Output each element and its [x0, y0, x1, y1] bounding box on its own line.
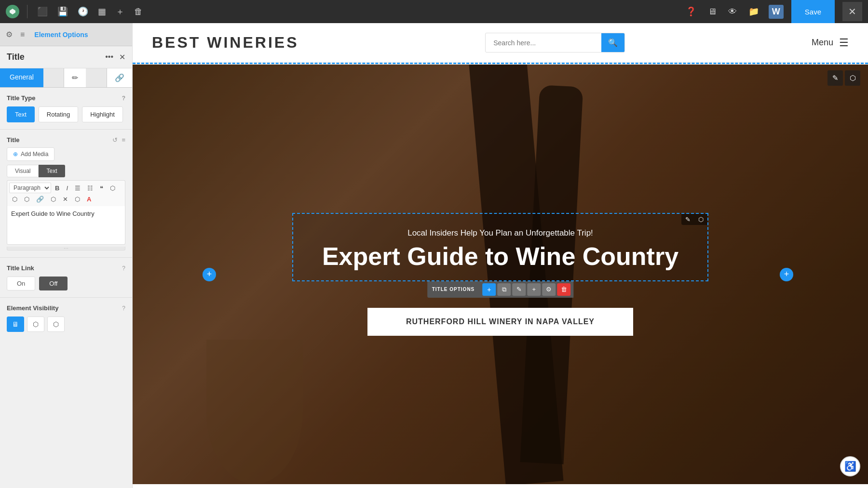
align-left-btn[interactable]: ⬡: [107, 183, 118, 193]
link-btn[interactable]: 🔗: [33, 194, 47, 204]
title-content-header: Title ↺ ≡: [7, 136, 125, 144]
save-icon[interactable]: 💾: [55, 4, 70, 19]
text-tab[interactable]: Text: [39, 165, 65, 177]
title-type-highlight-btn[interactable]: Highlight: [82, 106, 123, 122]
app-logo[interactable]: [6, 5, 19, 18]
hero-content-wrapper: ✎ ⬡ TITLE OPTIONS + ⧉ ✎ + ⚙: [292, 213, 708, 335]
selection-box-icon[interactable]: ⬡: [694, 214, 707, 225]
folder-icon[interactable]: 📁: [746, 4, 761, 19]
textarea-resize-handle[interactable]: ⋯: [7, 247, 125, 251]
ev-mobile-btn[interactable]: ⬡: [47, 317, 65, 332]
panel-close-icon[interactable]: ✕: [119, 53, 125, 62]
trash-icon[interactable]: 🗑: [132, 5, 145, 19]
save-button[interactable]: Save: [791, 0, 835, 23]
title-type-text-btn[interactable]: Text: [7, 106, 35, 122]
ol-btn[interactable]: ☷: [84, 183, 96, 193]
more-btn[interactable]: ⬡: [48, 194, 59, 204]
site-menu[interactable]: Menu ☰: [812, 37, 849, 49]
title-type-header: Title Type ?: [7, 94, 125, 102]
panel-header-icons: ⚙ ≡ Element Options: [0, 23, 132, 46]
element-options-label: Element Options: [34, 31, 88, 39]
hero-subtitle: Local Insiders Help You Plan an Unforget…: [322, 228, 678, 238]
site-header: BEST WINERIES 🔍 Menu ☰: [133, 23, 868, 63]
add-media-button[interactable]: ⊕ Add Media: [7, 147, 54, 161]
title-content-icons: ↺ ≡: [112, 136, 125, 144]
title-link-info[interactable]: ?: [122, 265, 125, 272]
canvas-area: BEST WINERIES 🔍 Menu ☰: [133, 23, 868, 488]
title-content-label: Title: [7, 136, 20, 144]
visual-text-tabs: Visual Text: [7, 165, 125, 177]
help-icon[interactable]: ❓: [684, 4, 698, 19]
title-content-reset-icon[interactable]: ↺: [112, 136, 118, 144]
align-center-btn[interactable]: ⬡: [9, 194, 20, 204]
ev-tablet-btn[interactable]: ⬡: [27, 317, 44, 332]
site-logo: BEST WINERIES: [152, 34, 298, 52]
title-option-duplicate-btn[interactable]: ⧉: [497, 283, 511, 296]
selection-pencil-icon[interactable]: ✎: [681, 214, 694, 225]
main-layout: ⚙ ≡ Element Options Title ••• ✕ General …: [0, 23, 868, 488]
title-option-delete-btn[interactable]: 🗑: [557, 283, 570, 296]
canvas-box-icon[interactable]: ⬡: [845, 70, 860, 86]
toolbar-right: ❓ 🖥 👁 📁 W Save ✕: [684, 0, 862, 23]
table-btn[interactable]: ⬡: [72, 194, 83, 204]
title-selection-box: ✎ ⬡ TITLE OPTIONS + ⧉ ✎ + ⚙: [292, 213, 708, 281]
title-option-add-btn[interactable]: +: [482, 283, 496, 296]
plus-button-right[interactable]: +: [780, 268, 793, 281]
off-button[interactable]: Off: [39, 277, 68, 290]
close-button[interactable]: ✕: [842, 2, 862, 21]
layout-icon[interactable]: ⬛: [35, 4, 50, 19]
tab-link[interactable]: 🔗: [107, 68, 132, 87]
color-btn[interactable]: A: [84, 194, 94, 204]
visual-tab[interactable]: Visual: [7, 165, 39, 177]
dashboard-icon[interactable]: ▦: [96, 4, 108, 19]
canvas-pen-icon[interactable]: ✎: [827, 70, 843, 86]
plus-icon[interactable]: ＋: [114, 4, 126, 19]
blue-dashed-border: [133, 63, 868, 65]
accessibility-button[interactable]: ♿: [840, 456, 860, 476]
preview-icon[interactable]: 👁: [726, 5, 739, 19]
ev-desktop-btn[interactable]: 🖥: [7, 317, 24, 332]
hamburger-icon: ☰: [839, 37, 849, 49]
title-type-rotating-btn[interactable]: Rotating: [39, 106, 78, 122]
tab-style[interactable]: ✏: [64, 68, 86, 87]
panel-sliders-icon[interactable]: ≡: [20, 30, 25, 39]
quote-btn[interactable]: ❝: [97, 183, 106, 193]
align-right-btn[interactable]: ⬡: [21, 194, 32, 204]
italic-btn[interactable]: I: [63, 183, 71, 193]
menu-label: Menu: [812, 38, 833, 48]
site-search: 🔍: [485, 33, 625, 53]
left-panel: ⚙ ≡ Element Options Title ••• ✕ General …: [0, 23, 133, 488]
ul-btn[interactable]: ☰: [72, 183, 83, 193]
hero-winery-button[interactable]: RUTHERFORD HILL WINERY IN NAPA VALLEY: [367, 308, 633, 336]
paragraph-select[interactable]: Paragraph: [9, 183, 51, 193]
title-content-section: Title ↺ ≡ ⊕ Add Media Visual Text Paragr…: [0, 130, 132, 258]
title-option-settings-btn[interactable]: ⚙: [542, 283, 556, 296]
tab-general[interactable]: General: [0, 68, 43, 87]
title-type-info[interactable]: ?: [122, 95, 125, 102]
title-content-more-icon[interactable]: ≡: [122, 136, 125, 144]
history-icon[interactable]: 🕐: [76, 4, 90, 19]
on-button[interactable]: On: [7, 277, 35, 290]
search-button[interactable]: 🔍: [601, 33, 624, 52]
ev-info[interactable]: ?: [122, 305, 125, 312]
title-option-add2-btn[interactable]: +: [527, 283, 541, 296]
bold-btn[interactable]: B: [52, 183, 62, 193]
search-input[interactable]: [486, 34, 601, 52]
panel-more-icon[interactable]: •••: [105, 53, 113, 62]
svg-marker-0: [10, 9, 15, 14]
panel-title-bar: Title ••• ✕: [0, 46, 132, 68]
panel-title: Title: [7, 52, 25, 62]
wordpress-icon[interactable]: W: [769, 5, 784, 19]
title-link-section: Title Link ? On Off: [0, 258, 132, 298]
hero-section: + + ✎ ⬡ ✎ ⬡: [133, 65, 868, 484]
ev-header: Element Visibility ?: [7, 304, 125, 312]
title-type-section: Title Type ? Text Rotating Highlight: [0, 88, 132, 130]
canvas-edit-icons: ✎ ⬡: [827, 70, 860, 86]
title-option-edit-btn[interactable]: ✎: [512, 283, 526, 296]
plus-button-left[interactable]: +: [203, 268, 216, 281]
monitor-icon[interactable]: 🖥: [706, 5, 719, 19]
panel-settings-icon[interactable]: ⚙: [6, 30, 13, 39]
clear-btn[interactable]: ✕: [60, 194, 71, 204]
editor-toolbar: Paragraph B I ☰ ☷ ❝ ⬡ ⬡ ⬡ 🔗 ⬡ ✕ ⬡ A: [7, 180, 125, 206]
title-textarea[interactable]: Expert Guide to Wine Country: [7, 206, 125, 245]
